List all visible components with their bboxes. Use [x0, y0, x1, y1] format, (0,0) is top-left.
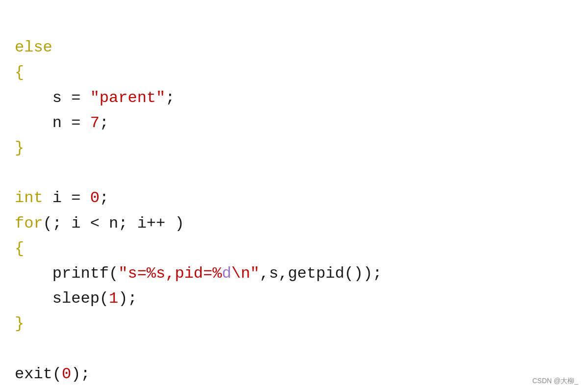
line-int: int i = 0; — [15, 185, 573, 210]
line-exit: exit(0); — [15, 362, 573, 387]
watermark: CSDN @大柳_ — [532, 375, 578, 386]
line-printf: printf("s=%s,pid=%d\n",s,getpid()); — [15, 261, 573, 286]
line-brace-open-2: { — [15, 236, 573, 261]
line-n-assign: n = 7; — [15, 110, 573, 135]
line-brace-close-1: } — [15, 135, 573, 160]
line-s-assign: s = "parent"; — [15, 85, 573, 110]
line-for: for(; i < n; i++ ) — [15, 211, 573, 236]
line-brace-open-1: { — [15, 60, 573, 85]
line-sleep: sleep(1); — [15, 286, 573, 311]
line-else: else — [15, 35, 573, 60]
line-blank-2 — [15, 336, 573, 361]
code-block: else{ s = "parent"; n = 7;}int i = 0;for… — [15, 10, 573, 387]
line-brace-close-2: } — [15, 311, 573, 336]
line-blank-1 — [15, 160, 573, 185]
